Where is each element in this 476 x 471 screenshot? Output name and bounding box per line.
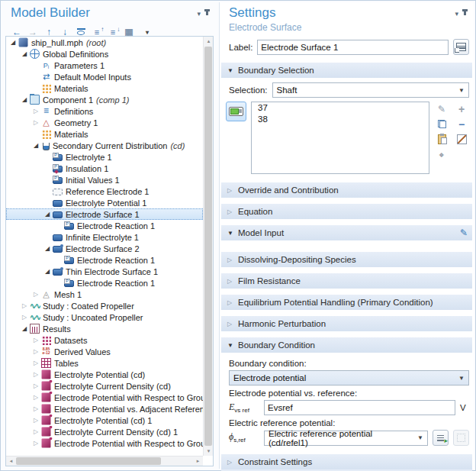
tree-item[interactable]: ◢Thin Electrode Surface 1 [6,266,203,277]
selection-entity[interactable]: 38 [252,114,429,125]
expand-icon[interactable]: ▷ [31,337,40,344]
expand-icon[interactable]: ▷ [20,314,29,321]
tree-item[interactable]: Electrolyte 1 [6,151,203,163]
add-to-selection-button[interactable]: + [455,103,468,115]
tree-item[interactable]: Insulation 1 [6,163,203,174]
selection-dropdown[interactable]: Shaft ▼ [272,82,469,98]
collapse-icon[interactable]: ◢ [43,268,52,275]
section-dissolving[interactable]: ▷ Dissolving-Depositing Species [221,252,472,267]
tree-item[interactable]: ◢ship_hull.mph(root) [6,37,203,48]
section-override[interactable]: ▷ Override and Contribution [221,182,472,198]
pin-icon[interactable] [206,9,208,15]
tree-item[interactable]: ▷Datasets [6,334,203,346]
expand-icon[interactable]: ▷ [31,360,40,366]
vertical-scroll-thumb[interactable] [204,47,212,446]
expand-icon[interactable]: ▷ [31,417,40,424]
section-film-resistance[interactable]: ▷ Film Resistance [221,273,472,289]
create-selection-button[interactable]: ✎ [436,103,448,115]
tree-item[interactable]: ▷Study : Uncoated Propeller [6,311,203,323]
expand-icon[interactable]: ▷ [31,291,40,298]
tree-item[interactable]: ◢Results [6,323,203,334]
paste-selection-button[interactable] [436,134,448,145]
collapse-icon[interactable]: ◢ [43,245,52,252]
tree-item[interactable]: ▷Derived Values [6,346,203,357]
tree-item[interactable]: ◢Global Definitions [6,48,203,60]
settings-pin-icon[interactable] [464,9,466,15]
tree-item[interactable]: ◢Electrode Surface 2 [6,243,203,254]
section-constraint-settings[interactable]: ▷ Constraint Settings [221,454,472,469]
tree-item[interactable]: Materials [6,82,203,94]
tree-item[interactable]: Electrode Reaction 1 [6,277,203,289]
zoom-to-selection-button[interactable]: ⌖ [436,149,448,160]
tree-item[interactable]: ▷Tables [6,357,203,369]
section-harmonic[interactable]: ▷ Harmonic Perturbation [221,316,472,331]
expand-icon[interactable]: ▷ [31,440,40,447]
rename-button[interactable] [453,39,469,55]
tree-item[interactable]: Materials [6,128,203,140]
tree-item[interactable]: Initial Values 1 [6,174,203,185]
expand-icon[interactable]: ▷ [31,394,40,401]
tree-item[interactable]: ▷Study : Coated Propeller [6,300,203,311]
collapse-icon[interactable]: ◢ [20,325,29,332]
expand-icon[interactable]: ▷ [20,302,29,309]
collapse-icon[interactable]: ◢ [20,96,29,103]
edit-model-input-icon[interactable]: ✎ [460,227,468,238]
tree-vertical-scrollbar[interactable]: ▴ ▾ [203,37,213,456]
remove-from-selection-button[interactable]: − [455,118,468,130]
tree-item[interactable]: ▷Geometry 1 [6,117,203,128]
boundary-condition-dropdown[interactable]: Electrode potential ▼ [229,370,469,386]
collapse-icon[interactable]: ◢ [20,50,29,57]
tree-item[interactable]: ▷Electrode Potential with Respect to Gro… [6,392,203,403]
expand-icon[interactable]: ▷ [31,108,40,115]
scroll-down-icon[interactable]: ▾ [204,447,214,456]
go-to-source-button[interactable] [433,430,449,446]
tree-item[interactable]: Electrode Reaction 1 [6,220,203,231]
section-boundary-condition[interactable]: ▼ Boundary Condition [221,337,472,353]
section-model-input[interactable]: ▼ Model Input ✎ [221,225,472,240]
tree-item[interactable]: ▷Electrolyte Current Density (cd) [6,380,203,392]
settings-menu-icon[interactable]: ▾ [455,10,458,18]
refpot-dropdown[interactable]: Electric reference potential (cd/refel1)… [264,431,428,446]
tree-item[interactable]: ▷Electrode Potential vs. Adjacent Refere… [6,403,203,415]
tree-item[interactable]: Default Model Inputs [6,71,203,82]
tree-item[interactable]: ▷Definitions [6,105,203,117]
expand-icon[interactable]: ▷ [31,382,40,389]
expand-icon[interactable]: ▷ [31,348,40,355]
expand-icon[interactable]: ▷ [31,371,40,378]
active-toggle-button[interactable] [226,102,246,121]
tree-item[interactable]: Electrode Reaction 1 [6,254,203,266]
collapse-icon[interactable]: ◢ [43,211,52,218]
expand-icon[interactable]: ▷ [31,119,40,126]
label-input[interactable] [257,40,449,55]
tree-item[interactable]: ▷Electrolyte Potential (cd) 1 [6,415,203,426]
evsref-input[interactable] [264,400,455,415]
expand-icon[interactable]: ▷ [31,428,40,435]
selection-entity-list[interactable]: 3738 [251,102,429,174]
selection-entity[interactable]: 37 [252,102,429,114]
tree-item[interactable]: ◢Electrode Surface 1 [6,208,203,220]
copy-selection-button[interactable] [436,118,448,130]
tree-item[interactable]: ▷Electrolyte Current Density (cd) 1 [6,426,203,437]
horizontal-scroll-thumb[interactable] [16,457,161,465]
expand-icon[interactable]: ▷ [31,405,40,412]
tree-item[interactable]: ▷Electrode Potential with Respect to Gro… [6,437,203,449]
tree-item[interactable]: ▷Electrolyte Potential (cd) [6,369,203,380]
section-boundary-selection[interactable]: ▼ Boundary Selection [221,63,472,78]
tree-item[interactable]: ▷Mesh 1 [6,289,203,300]
tree-item[interactable]: ◢Component 1(comp 1) [6,94,203,105]
section-equation[interactable]: ▷ Equation [221,204,472,219]
collapse-icon[interactable]: ◢ [31,142,40,149]
scroll-left-icon[interactable]: ◂ [6,456,16,466]
tree-item[interactable]: Parameters 1 [6,60,203,71]
collapse-icon[interactable]: ◢ [8,39,18,46]
scroll-right-icon[interactable]: ▸ [193,456,203,466]
tree-item[interactable]: Electrolyte Potential 1 [6,197,203,208]
section-equilibrium[interactable]: ▷ Equilibrium Potential Handling (Primar… [221,295,472,310]
clear-selection-button[interactable] [455,134,468,145]
tree-item[interactable]: ◢Secondary Current Distribution(cd) [6,140,203,151]
panel-menu-icon[interactable]: ▾ [197,10,201,18]
scroll-up-icon[interactable]: ▴ [204,37,214,46]
tree-item[interactable]: Reference Electrode 1 [6,185,203,197]
tree-horizontal-scrollbar[interactable]: ◂ ▸ [6,456,203,466]
tree-item[interactable]: Infinite Electrolyte 1 [6,231,203,243]
